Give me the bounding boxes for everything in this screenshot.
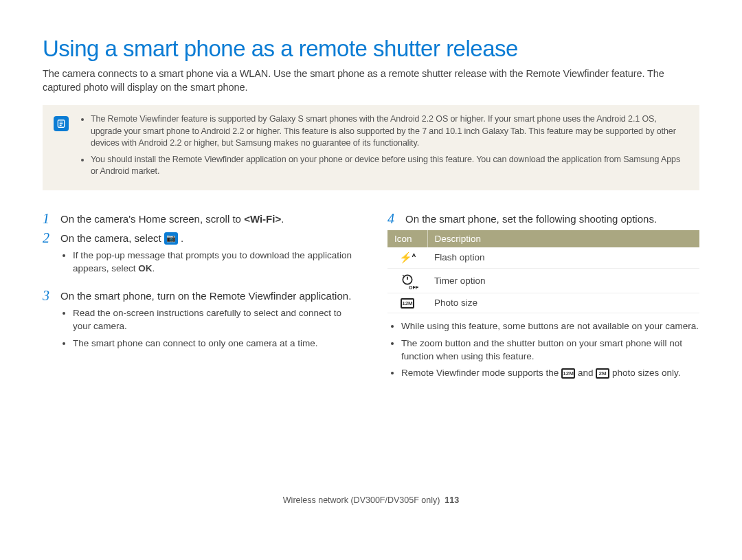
step-2-sublist: If the pop-up message that prompts you t… [62, 249, 355, 276]
left-column: 1 On the camera's Home screen, scroll to… [43, 211, 355, 393]
row1-desc: Flash option [427, 247, 699, 269]
table-row: ⚡A Flash option [387, 247, 699, 269]
step2-sub1: If the pop-up message that prompts you t… [73, 249, 355, 276]
step-4: 4 On the smart phone, set the following … [387, 211, 699, 226]
step-3: 3 On the smart phone, turn on the Remote… [43, 288, 355, 303]
photo-size-2m-inline-icon: 2M [596, 368, 609, 379]
page-title: Using a smart phone as a remote shutter … [43, 36, 699, 62]
step-number: 1 [43, 211, 54, 226]
step-1: 1 On the camera's Home screen, scroll to… [43, 211, 355, 226]
s2-sub1-pre: If the pop-up message that prompts you t… [73, 250, 352, 273]
step3-sub1: Read the on-screen instructions carefull… [73, 307, 355, 333]
note-box: The Remote Viewfinder feature is support… [43, 105, 699, 190]
step-text: On the smart phone, set the following sh… [405, 211, 657, 226]
s2-sub1-bold: OK [138, 263, 152, 273]
intro-paragraph: The camera connects to a smart phone via… [43, 67, 699, 94]
row2-desc: Timer option [427, 268, 699, 293]
flash-auto-icon: ⚡A [399, 251, 416, 264]
step2-pre: On the camera, select [60, 232, 164, 244]
step-text: On the camera, select . [60, 230, 183, 245]
row3-desc: Photo size [427, 293, 699, 313]
step4-sub1: While using this feature, some buttons a… [401, 320, 699, 333]
th-icon: Icon [387, 230, 427, 247]
s2-sub1-post: . [153, 263, 155, 273]
step4-sub3: Remote Viewfinder mode supports the 12M … [401, 367, 699, 380]
footer-section: Wireless network (DV300F/DV305F only) [283, 495, 440, 505]
step-text: On the camera's Home screen, scroll to <… [60, 211, 284, 226]
step1-pre: On the camera's Home screen, scroll to [60, 213, 244, 225]
note-bullet-2: You should install the Remote Viewfinder… [91, 154, 687, 178]
photo-size-12m-icon: 12M [401, 298, 414, 309]
page-footer: Wireless network (DV300F/DV305F only) 11… [43, 495, 699, 505]
s4-sub3-mid: and [575, 368, 596, 378]
step-number: 3 [43, 288, 54, 303]
note-icon [54, 116, 69, 131]
timer-off-icon: OFF [401, 273, 414, 289]
step4-sub2: The zoom button and the shutter button o… [401, 337, 699, 363]
step1-bold: <Wi-Fi> [244, 213, 281, 225]
step1-post: . [281, 213, 284, 225]
s4-sub3-post: photo sizes only. [609, 368, 680, 378]
step-number: 2 [43, 230, 54, 245]
note-bullet-1: The Remote Viewfinder feature is support… [91, 113, 687, 150]
table-row: OFF Timer option [387, 268, 699, 293]
step-3-sublist: Read the on-screen instructions carefull… [62, 307, 355, 350]
step-2: 2 On the camera, select . [43, 230, 355, 245]
page-number: 113 [445, 495, 459, 505]
s4-sub3-pre: Remote Viewfinder mode supports the [401, 368, 561, 378]
remote-viewfinder-icon [164, 232, 178, 245]
note-list: The Remote Viewfinder feature is support… [81, 113, 687, 182]
step-4-sublist: While using this feature, some buttons a… [390, 320, 699, 381]
table-row: 12M Photo size [387, 293, 699, 313]
th-desc: Description [427, 230, 699, 247]
step-number: 4 [387, 211, 398, 226]
step-text: On the smart phone, turn on the Remote V… [60, 288, 351, 303]
options-table: Icon Description ⚡A Flash option OFF [387, 230, 699, 313]
photo-size-12m-inline-icon: 12M [561, 368, 575, 379]
step2-post: . [178, 232, 183, 244]
step3-sub2: The smart phone can connect to only one … [73, 337, 355, 350]
right-column: 4 On the smart phone, set the following … [387, 211, 699, 393]
